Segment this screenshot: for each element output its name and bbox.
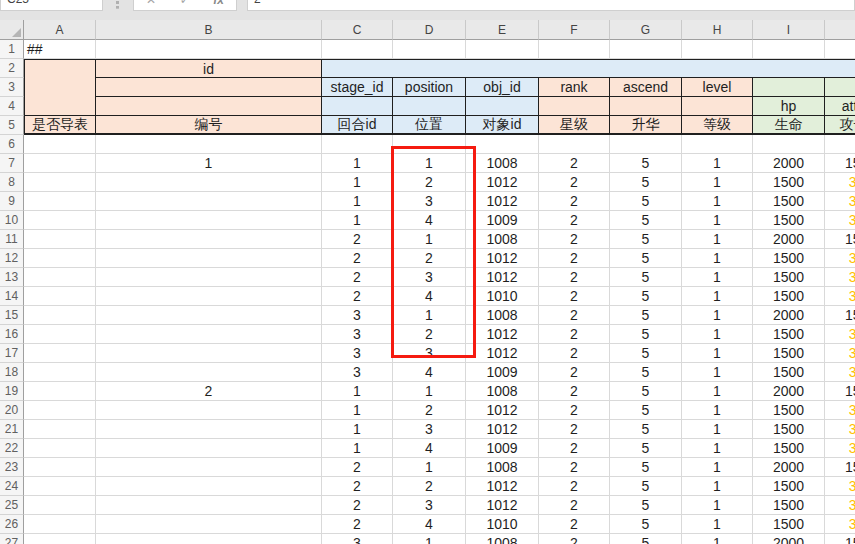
cell-J27[interactable]: 1500: [825, 534, 855, 544]
cell-E23[interactable]: 1008: [466, 458, 539, 477]
cell-B9[interactable]: [96, 192, 322, 211]
column-header-C[interactable]: C: [322, 20, 393, 40]
cell-B6[interactable]: [96, 135, 322, 154]
cell-D5[interactable]: 位置: [393, 116, 466, 135]
cell-B14[interactable]: [96, 287, 322, 306]
cell-C10[interactable]: 1: [322, 211, 393, 230]
cell-B5[interactable]: 编号: [96, 116, 322, 135]
cell-J1[interactable]: [825, 40, 855, 59]
cell-G4[interactable]: [610, 97, 682, 116]
row-header-10[interactable]: 10: [0, 211, 24, 230]
cell-E21[interactable]: 1012: [466, 420, 539, 439]
cell-F18[interactable]: 2: [539, 363, 610, 382]
row-header-4[interactable]: 4: [0, 97, 24, 116]
cell-H3[interactable]: level: [682, 78, 753, 97]
cell-J14[interactable]: 350: [825, 287, 855, 306]
cell-A10[interactable]: [24, 211, 96, 230]
select-all-corner[interactable]: [0, 20, 24, 40]
cell-E27[interactable]: 1008: [466, 534, 539, 544]
row-header-24[interactable]: 24: [0, 477, 24, 496]
formula-input[interactable]: 2: [247, 0, 855, 11]
cell-H7[interactable]: 1: [682, 154, 753, 173]
cell-I23[interactable]: 2000: [753, 458, 825, 477]
column-header-B[interactable]: B: [96, 20, 322, 40]
cell-D9[interactable]: 3: [393, 192, 466, 211]
cell-B15[interactable]: [96, 306, 322, 325]
cell-F20[interactable]: 2: [539, 401, 610, 420]
cell-I10[interactable]: 1500: [753, 211, 825, 230]
cell-J25[interactable]: 350: [825, 496, 855, 515]
cell-B27[interactable]: [96, 534, 322, 544]
cell-A5[interactable]: 是否导表: [24, 116, 96, 135]
row-header-16[interactable]: 16: [0, 325, 24, 344]
cell-G13[interactable]: 5: [610, 268, 682, 287]
cell-I12[interactable]: 1500: [753, 249, 825, 268]
cell-G20[interactable]: 5: [610, 401, 682, 420]
cell-A26[interactable]: [24, 515, 96, 534]
cell-H22[interactable]: 1: [682, 439, 753, 458]
cell-A2-A4-merged[interactable]: [24, 59, 96, 116]
cell-C20[interactable]: 1: [322, 401, 393, 420]
row-header-22[interactable]: 22: [0, 439, 24, 458]
cell-E13[interactable]: 1012: [466, 268, 539, 287]
row-header-14[interactable]: 14: [0, 287, 24, 306]
cell-E24[interactable]: 1012: [466, 477, 539, 496]
cell-J19[interactable]: 1500: [825, 382, 855, 401]
cell-C21[interactable]: 1: [322, 420, 393, 439]
cell-I13[interactable]: 1500: [753, 268, 825, 287]
row-header-6[interactable]: 6: [0, 135, 24, 154]
cell-F19[interactable]: 2: [539, 382, 610, 401]
cell-J23[interactable]: 1500: [825, 458, 855, 477]
cell-B4[interactable]: [96, 97, 322, 116]
cell-F22[interactable]: 2: [539, 439, 610, 458]
column-header-A[interactable]: A: [24, 20, 96, 40]
cell-J7[interactable]: 1500: [825, 154, 855, 173]
cell-H4[interactable]: [682, 97, 753, 116]
cell-C18[interactable]: 3: [322, 363, 393, 382]
cell-G18[interactable]: 5: [610, 363, 682, 382]
cell-I20[interactable]: 1500: [753, 401, 825, 420]
cell-G24[interactable]: 5: [610, 477, 682, 496]
cell-G3[interactable]: ascend: [610, 78, 682, 97]
cell-J24[interactable]: 350: [825, 477, 855, 496]
insert-function-icon[interactable]: fx: [213, 0, 224, 7]
cell-E26[interactable]: 1010: [466, 515, 539, 534]
cell-D4[interactable]: [393, 97, 466, 116]
cell-D27[interactable]: 1: [393, 534, 466, 544]
cell-E9[interactable]: 1012: [466, 192, 539, 211]
cell-E15[interactable]: 1008: [466, 306, 539, 325]
cell-F24[interactable]: 2: [539, 477, 610, 496]
cell-A24[interactable]: [24, 477, 96, 496]
cell-A11[interactable]: [24, 230, 96, 249]
cell-H27[interactable]: 1: [682, 534, 753, 544]
cell-J8[interactable]: 350: [825, 173, 855, 192]
cell-G19[interactable]: 5: [610, 382, 682, 401]
cell-C2-J2-merged[interactable]: [322, 59, 855, 78]
row-header-23[interactable]: 23: [0, 458, 24, 477]
cell-J12[interactable]: 350: [825, 249, 855, 268]
cell-D25[interactable]: 3: [393, 496, 466, 515]
cell-J6[interactable]: [825, 135, 855, 154]
cell-I22[interactable]: 1500: [753, 439, 825, 458]
cell-G25[interactable]: 5: [610, 496, 682, 515]
cell-D26[interactable]: 4: [393, 515, 466, 534]
cell-F6[interactable]: [539, 135, 610, 154]
row-header-18[interactable]: 18: [0, 363, 24, 382]
cell-C25[interactable]: 2: [322, 496, 393, 515]
cell-J17[interactable]: 350: [825, 344, 855, 363]
name-box[interactable]: C25: [0, 0, 103, 11]
column-header-E[interactable]: E: [466, 20, 539, 40]
cell-I6[interactable]: [753, 135, 825, 154]
cell-G15[interactable]: 5: [610, 306, 682, 325]
row-header-17[interactable]: 17: [0, 344, 24, 363]
cell-D1[interactable]: [393, 40, 466, 59]
cell-D16[interactable]: 2: [393, 325, 466, 344]
cell-G10[interactable]: 5: [610, 211, 682, 230]
row-header-19[interactable]: 19: [0, 382, 24, 401]
cell-B24[interactable]: [96, 477, 322, 496]
cell-G17[interactable]: 5: [610, 344, 682, 363]
cell-A8[interactable]: [24, 173, 96, 192]
cell-E20[interactable]: 1012: [466, 401, 539, 420]
cell-I18[interactable]: 1500: [753, 363, 825, 382]
cell-G8[interactable]: 5: [610, 173, 682, 192]
